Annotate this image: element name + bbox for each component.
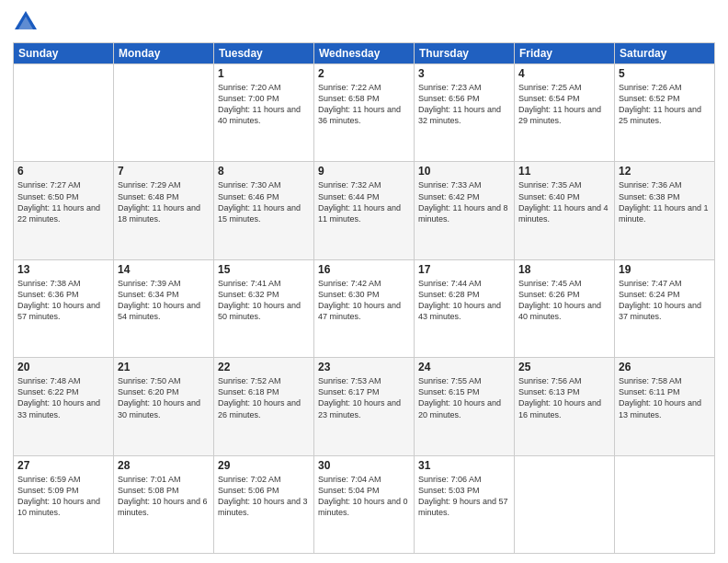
col-header-sunday: Sunday <box>14 43 114 64</box>
calendar-cell: 11Sunrise: 7:35 AM Sunset: 6:40 PM Dayli… <box>515 162 615 259</box>
day-number: 28 <box>118 459 210 472</box>
calendar-cell: 30Sunrise: 7:04 AM Sunset: 5:04 PM Dayli… <box>314 455 415 553</box>
calendar-cell: 1Sunrise: 7:20 AM Sunset: 7:00 PM Daylig… <box>214 64 314 162</box>
logo-icon <box>13 9 39 35</box>
day-number: 6 <box>17 165 109 178</box>
calendar-cell: 19Sunrise: 7:47 AM Sunset: 6:24 PM Dayli… <box>615 259 715 357</box>
cell-info: Sunrise: 7:20 AM Sunset: 7:00 PM Dayligh… <box>218 82 310 127</box>
calendar-cell: 17Sunrise: 7:44 AM Sunset: 6:28 PM Dayli… <box>415 259 515 357</box>
cell-info: Sunrise: 7:27 AM Sunset: 6:50 PM Dayligh… <box>17 179 109 224</box>
cell-info: Sunrise: 7:47 AM Sunset: 6:24 PM Dayligh… <box>619 278 711 323</box>
calendar-cell: 9Sunrise: 7:32 AM Sunset: 6:44 PM Daylig… <box>314 162 415 259</box>
calendar-cell: 13Sunrise: 7:38 AM Sunset: 6:36 PM Dayli… <box>14 259 114 357</box>
calendar-cell: 3Sunrise: 7:23 AM Sunset: 6:56 PM Daylig… <box>415 64 515 162</box>
calendar-cell: 28Sunrise: 7:01 AM Sunset: 5:08 PM Dayli… <box>114 455 214 553</box>
day-number: 22 <box>218 361 310 373</box>
cell-info: Sunrise: 7:45 AM Sunset: 6:26 PM Dayligh… <box>518 278 610 323</box>
cell-info: Sunrise: 7:48 AM Sunset: 6:22 PM Dayligh… <box>17 375 109 420</box>
calendar-cell: 29Sunrise: 7:02 AM Sunset: 5:06 PM Dayli… <box>214 455 314 553</box>
cell-info: Sunrise: 7:35 AM Sunset: 6:40 PM Dayligh… <box>518 179 610 224</box>
cell-info: Sunrise: 7:38 AM Sunset: 6:36 PM Dayligh… <box>17 278 109 323</box>
cell-info: Sunrise: 7:44 AM Sunset: 6:28 PM Dayligh… <box>418 278 510 323</box>
day-number: 31 <box>418 459 510 472</box>
calendar-cell: 5Sunrise: 7:26 AM Sunset: 6:52 PM Daylig… <box>615 64 715 162</box>
calendar-cell: 22Sunrise: 7:52 AM Sunset: 6:18 PM Dayli… <box>214 358 314 455</box>
cell-info: Sunrise: 7:22 AM Sunset: 6:58 PM Dayligh… <box>318 82 410 127</box>
calendar-table: SundayMondayTuesdayWednesdayThursdayFrid… <box>13 42 715 554</box>
day-number: 15 <box>218 263 310 276</box>
calendar-cell: 18Sunrise: 7:45 AM Sunset: 6:26 PM Dayli… <box>515 259 615 357</box>
day-number: 3 <box>418 67 510 80</box>
col-header-monday: Monday <box>114 43 214 64</box>
day-number: 13 <box>17 263 109 276</box>
day-number: 4 <box>518 67 610 80</box>
day-number: 10 <box>418 165 510 178</box>
calendar-cell: 25Sunrise: 7:56 AM Sunset: 6:13 PM Dayli… <box>515 358 615 455</box>
day-number: 16 <box>318 263 410 276</box>
calendar-cell: 23Sunrise: 7:53 AM Sunset: 6:17 PM Dayli… <box>314 358 415 455</box>
calendar-cell: 24Sunrise: 7:55 AM Sunset: 6:15 PM Dayli… <box>415 358 515 455</box>
day-number: 27 <box>17 459 109 472</box>
day-number: 11 <box>518 165 610 178</box>
calendar-cell <box>515 455 615 553</box>
calendar-cell: 8Sunrise: 7:30 AM Sunset: 6:46 PM Daylig… <box>214 162 314 259</box>
day-number: 5 <box>619 67 711 80</box>
cell-info: Sunrise: 7:52 AM Sunset: 6:18 PM Dayligh… <box>218 375 310 420</box>
calendar-cell: 10Sunrise: 7:33 AM Sunset: 6:42 PM Dayli… <box>415 162 515 259</box>
cell-info: Sunrise: 7:56 AM Sunset: 6:13 PM Dayligh… <box>518 375 610 420</box>
cell-info: Sunrise: 7:55 AM Sunset: 6:15 PM Dayligh… <box>418 375 510 420</box>
col-header-thursday: Thursday <box>415 43 515 64</box>
day-number: 29 <box>218 459 310 472</box>
cell-info: Sunrise: 7:58 AM Sunset: 6:11 PM Dayligh… <box>619 375 711 420</box>
day-number: 30 <box>318 459 410 472</box>
col-header-tuesday: Tuesday <box>214 43 314 64</box>
calendar-cell: 21Sunrise: 7:50 AM Sunset: 6:20 PM Dayli… <box>114 358 214 455</box>
cell-info: Sunrise: 7:23 AM Sunset: 6:56 PM Dayligh… <box>418 82 510 127</box>
col-header-saturday: Saturday <box>615 43 715 64</box>
calendar-cell: 31Sunrise: 7:06 AM Sunset: 5:03 PM Dayli… <box>415 455 515 553</box>
day-number: 25 <box>518 361 610 373</box>
calendar-cell: 7Sunrise: 7:29 AM Sunset: 6:48 PM Daylig… <box>114 162 214 259</box>
day-number: 8 <box>218 165 310 178</box>
day-number: 19 <box>619 263 711 276</box>
page-header <box>13 9 715 35</box>
logo <box>13 9 42 35</box>
calendar-cell: 16Sunrise: 7:42 AM Sunset: 6:30 PM Dayli… <box>314 259 415 357</box>
calendar-cell: 20Sunrise: 7:48 AM Sunset: 6:22 PM Dayli… <box>14 358 114 455</box>
cell-info: Sunrise: 7:25 AM Sunset: 6:54 PM Dayligh… <box>518 82 610 127</box>
calendar-cell <box>14 64 114 162</box>
day-number: 26 <box>619 361 711 373</box>
cell-info: Sunrise: 7:42 AM Sunset: 6:30 PM Dayligh… <box>318 278 410 323</box>
col-header-friday: Friday <box>515 43 615 64</box>
day-number: 24 <box>418 361 510 373</box>
day-number: 7 <box>118 165 210 178</box>
cell-info: Sunrise: 7:39 AM Sunset: 6:34 PM Dayligh… <box>118 278 210 323</box>
day-number: 17 <box>418 263 510 276</box>
day-number: 21 <box>118 361 210 373</box>
calendar-cell: 12Sunrise: 7:36 AM Sunset: 6:38 PM Dayli… <box>615 162 715 259</box>
cell-info: Sunrise: 7:06 AM Sunset: 5:03 PM Dayligh… <box>418 474 510 519</box>
cell-info: Sunrise: 7:02 AM Sunset: 5:06 PM Dayligh… <box>218 474 310 519</box>
cell-info: Sunrise: 7:53 AM Sunset: 6:17 PM Dayligh… <box>318 375 410 420</box>
calendar-cell: 2Sunrise: 7:22 AM Sunset: 6:58 PM Daylig… <box>314 64 415 162</box>
day-number: 2 <box>318 67 410 80</box>
cell-info: Sunrise: 7:26 AM Sunset: 6:52 PM Dayligh… <box>619 82 711 127</box>
cell-info: Sunrise: 7:04 AM Sunset: 5:04 PM Dayligh… <box>318 474 410 519</box>
calendar-cell: 27Sunrise: 6:59 AM Sunset: 5:09 PM Dayli… <box>14 455 114 553</box>
calendar-cell <box>615 455 715 553</box>
cell-info: Sunrise: 7:29 AM Sunset: 6:48 PM Dayligh… <box>118 179 210 224</box>
day-number: 12 <box>619 165 711 178</box>
cell-info: Sunrise: 7:30 AM Sunset: 6:46 PM Dayligh… <box>218 179 310 224</box>
cell-info: Sunrise: 7:36 AM Sunset: 6:38 PM Dayligh… <box>619 179 711 224</box>
cell-info: Sunrise: 7:50 AM Sunset: 6:20 PM Dayligh… <box>118 375 210 420</box>
day-number: 20 <box>17 361 109 373</box>
day-number: 14 <box>118 263 210 276</box>
cell-info: Sunrise: 7:33 AM Sunset: 6:42 PM Dayligh… <box>418 179 510 224</box>
calendar-cell <box>114 64 214 162</box>
calendar-cell: 15Sunrise: 7:41 AM Sunset: 6:32 PM Dayli… <box>214 259 314 357</box>
day-number: 18 <box>518 263 610 276</box>
day-number: 9 <box>318 165 410 178</box>
calendar-cell: 6Sunrise: 7:27 AM Sunset: 6:50 PM Daylig… <box>14 162 114 259</box>
cell-info: Sunrise: 7:41 AM Sunset: 6:32 PM Dayligh… <box>218 278 310 323</box>
cell-info: Sunrise: 7:01 AM Sunset: 5:08 PM Dayligh… <box>118 474 210 519</box>
